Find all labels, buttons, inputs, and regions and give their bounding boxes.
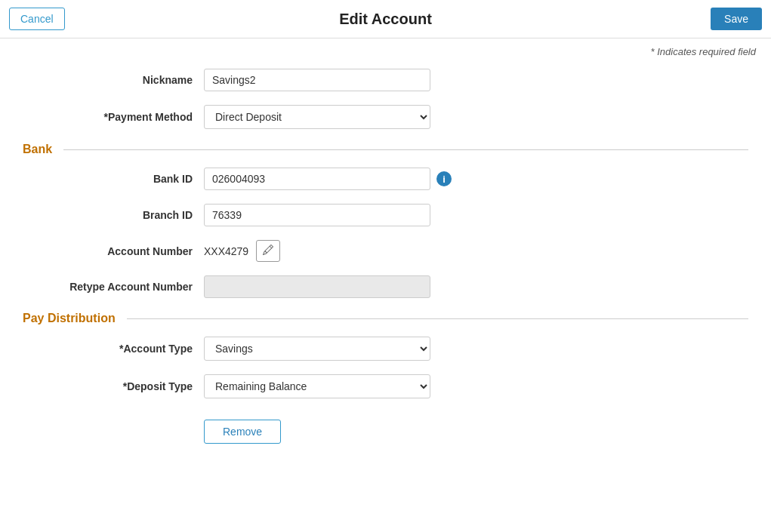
account-number-value: XXX4279 [204,245,248,257]
payment-method-label: *Payment Method [23,111,204,123]
account-type-select[interactable]: Savings Checking [204,337,430,361]
bank-section-title: Bank [23,143,52,156]
remove-button[interactable]: Remove [204,420,281,444]
branch-id-label: Branch ID [23,209,204,221]
deposit-type-row: *Deposit Type Remaining Balance Fixed Am… [23,374,748,398]
save-button[interactable]: Save [711,8,762,30]
pay-distribution-section-header: Pay Distribution [23,312,748,325]
pay-distribution-section-line [127,318,748,319]
nickname-input[interactable] [204,69,430,91]
deposit-type-select[interactable]: Remaining Balance Fixed Amount Percentag… [204,374,430,398]
retype-account-number-label: Retype Account Number [23,281,204,293]
bank-id-label: Bank ID [23,173,204,185]
account-type-label: *Account Type [23,343,204,355]
bank-id-row: Bank ID i [23,168,748,190]
account-number-row: Account Number XXX4279 [23,240,748,262]
pay-distribution-section-title: Pay Distribution [23,312,116,325]
bank-section-header: Bank [23,143,748,156]
retype-account-number-input [204,275,430,298]
header-right: Save [711,8,762,30]
bank-section-line [63,149,748,150]
bank-id-input[interactable] [204,168,430,190]
payment-method-select[interactable]: Direct Deposit Check Wire Transfer [204,105,430,129]
retype-account-number-row: Retype Account Number [23,275,748,298]
form-container: Nickname *Payment Method Direct Deposit … [0,61,771,459]
page-header: Cancel Edit Account Save [0,0,771,38]
nickname-label: Nickname [23,74,204,86]
account-type-row: *Account Type Savings Checking [23,337,748,361]
page-title: Edit Account [339,11,432,28]
payment-method-row: *Payment Method Direct Deposit Check Wir… [23,105,748,129]
branch-id-row: Branch ID [23,204,748,226]
account-number-edit-button[interactable] [256,240,280,262]
required-field-note: * Indicates required field [0,38,771,61]
remove-row: Remove [23,412,748,444]
bank-id-info-icon: i [436,171,452,186]
header-left: Cancel [9,8,65,30]
cancel-button[interactable]: Cancel [9,8,65,30]
account-number-label: Account Number [23,245,204,257]
branch-id-input[interactable] [204,204,430,226]
deposit-type-label: *Deposit Type [23,380,204,392]
nickname-row: Nickname [23,69,748,91]
pencil-icon [263,244,273,255]
